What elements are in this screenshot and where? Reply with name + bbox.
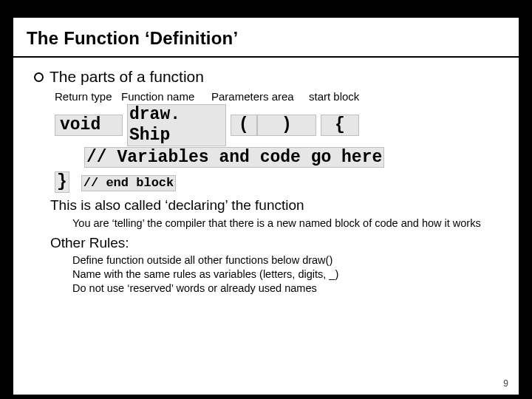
token-void: void bbox=[55, 115, 123, 137]
code-signature-row: void draw. Ship ( ) { bbox=[55, 104, 501, 146]
token-function-name: draw. Ship bbox=[127, 104, 226, 146]
bullet-line: The parts of a function bbox=[34, 68, 501, 86]
slide-content: The parts of a function Return type Func… bbox=[13, 58, 519, 304]
bullet-text: The parts of a function bbox=[50, 68, 204, 86]
page-number: 9 bbox=[503, 378, 508, 389]
label-return-type: Return type bbox=[55, 90, 121, 103]
code-closing-row: } // end block bbox=[55, 171, 501, 194]
rule-item: Define function outside all other functi… bbox=[72, 254, 501, 266]
token-right-brace: } bbox=[55, 171, 69, 194]
annotation-labels: Return type Function name Parameters are… bbox=[55, 90, 501, 103]
label-function-name: Function name bbox=[121, 90, 211, 103]
token-right-paren: ) bbox=[257, 115, 316, 137]
rule-item: Do not use ‘reserved’ words or already u… bbox=[72, 282, 501, 294]
code-body-row: // Variables and code go here bbox=[84, 148, 501, 168]
declaring-line: This is also called ‘declaring’ the func… bbox=[50, 197, 501, 214]
rules-header: Other Rules: bbox=[50, 235, 501, 251]
token-end-comment: // end block bbox=[81, 175, 176, 191]
slide: The Function ‘Definition’ The parts of a… bbox=[13, 18, 519, 395]
code-block: void draw. Ship ( ) { // Variables and c… bbox=[55, 104, 501, 193]
token-body-comment: // Variables and code go here bbox=[84, 147, 384, 168]
label-parameters: Parameters area bbox=[211, 90, 309, 103]
label-start-block: start block bbox=[309, 90, 359, 103]
slide-title: The Function ‘Definition’ bbox=[13, 18, 519, 58]
declaring-sub: You are ‘telling’ the compiler that ther… bbox=[72, 216, 486, 230]
token-left-paren: ( bbox=[231, 115, 257, 137]
token-left-brace: { bbox=[321, 115, 359, 137]
bullet-icon bbox=[34, 72, 44, 82]
rule-item: Name with the same rules as variables (l… bbox=[72, 268, 501, 280]
